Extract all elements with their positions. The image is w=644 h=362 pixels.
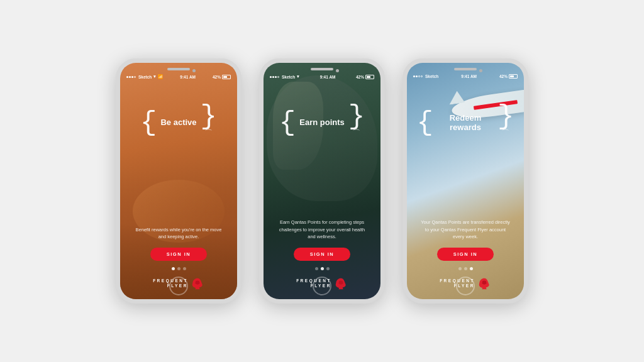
phones-container: Sketch ▾ 📶 9:41 AM 42% { Be active [116,58,528,304]
sign-in-btn-1[interactable]: SIGN IN [150,248,207,261]
qantas-logo-3 [477,277,491,290]
page-dot-3-0 [458,267,462,270]
page-dot-2-0 [315,267,318,270]
phone-speaker-3 [454,68,477,70]
subtitle-3: Your Qantas Points are transferred direc… [407,219,524,240]
status-left-1: Sketch ▾ 📶 [126,74,163,79]
home-button-2[interactable] [313,277,331,295]
left-bracket-2: { [279,109,296,136]
title-1: Be active [160,118,196,127]
right-bracket-1: } ⌒ [201,106,217,139]
right-bracket-3: } ⌒ [497,106,514,139]
phone-2-content: { Earn points } ⌒ Earn Qantas Points for… [264,63,380,299]
page-dot-3-1 [464,267,467,270]
left-bracket-1: { [140,109,157,136]
page-background: Sketch ▾ 📶 9:41 AM 42% { Be active [0,0,644,362]
battery-2: 42% [356,75,374,79]
time-3: 9:41 AM [461,74,477,79]
battery-3: 42% [499,74,518,79]
home-button-3[interactable] [456,277,475,295]
carrier-2: Sketch [282,75,295,79]
right-bracket-2: } ⌒ [348,106,365,139]
phone-speaker-2 [311,68,333,70]
phone-1: Sketch ▾ 📶 9:41 AM 42% { Be active [116,58,242,304]
time-1: 9:41 AM [180,75,196,79]
page-dot-3-2 [470,267,473,270]
pagination-2 [315,267,330,270]
phone-3: Sketch 9:41 AM 42% { Redeem rewards } ⌒ [402,58,528,304]
phone-camera [192,69,196,72]
phone-1-content: { Be active } ⌒ Benefit rewards while yo… [120,63,237,299]
battery-1: 42% [213,75,231,79]
status-left-2: Sketch ▾ [270,74,299,79]
status-bar-1: Sketch ▾ 📶 9:41 AM 42% [120,74,237,79]
pagination-3 [458,267,473,270]
status-left-3: Sketch [413,74,438,79]
phone-camera-2 [336,69,339,72]
page-dot-1-0 [172,267,175,270]
bracket-title-2: { Earn points } ⌒ [279,106,365,139]
home-button-1[interactable] [169,277,188,295]
subtitle-1: Benefit rewards while you're on the move… [120,226,237,241]
carrier-1: Sketch [138,75,152,79]
phone-speaker [167,68,190,70]
page-dot-2-2 [326,267,330,270]
bracket-title-3: { Redeem rewards } ⌒ [417,106,514,139]
time-2: 9:41 AM [320,75,336,79]
qantas-logo-1 [191,277,204,290]
status-bar-3: Sketch 9:41 AM 42% [407,74,524,79]
carrier-3: Sketch [425,74,438,79]
title-2: Earn points [299,118,345,127]
qantas-logo-2 [334,277,348,290]
phone-camera-3 [479,69,482,72]
phone-2: Sketch ▾ 9:41 AM 42% { Earn points } [259,58,385,304]
page-dot-1-2 [183,267,186,270]
pagination-1 [172,267,186,270]
title-3: Redeem rewards [437,113,494,132]
phone-3-content: { Redeem rewards } ⌒ Your Qantas Points … [407,63,524,299]
page-dot-1-1 [177,267,180,270]
bracket-title-1: { Be active } ⌒ [140,106,217,139]
left-bracket-3: { [417,109,433,136]
status-bar-2: Sketch ▾ 9:41 AM 42% [264,74,380,79]
subtitle-2: Earn Qantas Points for completing steps … [264,219,380,240]
page-dot-2-1 [321,267,324,270]
sign-in-btn-2[interactable]: SIGN IN [294,248,350,261]
sign-in-btn-3[interactable]: SIGN IN [437,248,494,261]
